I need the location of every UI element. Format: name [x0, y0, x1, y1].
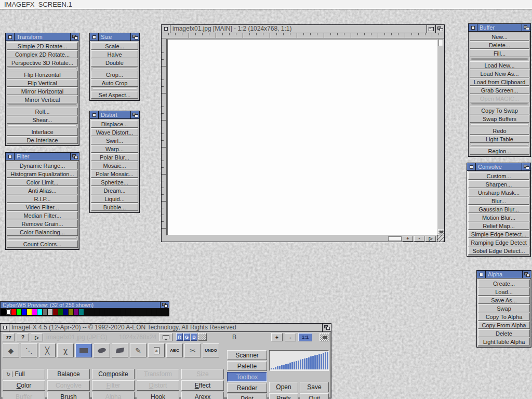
- button-unsharp-mask[interactable]: Unsharp Mask...: [468, 189, 529, 196]
- blue-channel-toggle[interactable]: B: [191, 333, 197, 341]
- color-swatch[interactable]: [131, 309, 136, 315]
- help-button[interactable]: ?: [17, 333, 29, 341]
- button-grab-screen[interactable]: Grab Screen...: [470, 86, 529, 94]
- button-spherize[interactable]: Spherize...: [91, 178, 138, 186]
- button-roll[interactable]: Roll...: [7, 108, 78, 115]
- undo-button[interactable]: UNDO: [203, 343, 219, 357]
- button-arexx[interactable]: Arexx: [181, 392, 224, 399]
- button-double[interactable]: Double: [91, 59, 138, 66]
- button-de-interlace[interactable]: De-Interlace: [7, 136, 78, 144]
- button-sobel-edge-detect[interactable]: Sobel Edge Detect...: [468, 247, 529, 255]
- title-bar[interactable]: Buffer: [469, 24, 530, 32]
- title-bar[interactable]: Filter: [6, 153, 79, 161]
- button-open-magic[interactable]: Open MAGIC...: [470, 95, 529, 102]
- button-color-limit[interactable]: Color Limit...: [7, 178, 78, 186]
- button-interlace[interactable]: Interlace: [7, 128, 78, 136]
- button-crop[interactable]: Crop...: [91, 71, 138, 78]
- button-shear[interactable]: Shear...: [7, 116, 78, 124]
- close-icon[interactable]: [90, 111, 99, 118]
- button-auto-crop[interactable]: Auto Crop: [91, 79, 138, 87]
- button-mosaic[interactable]: Mosaic...: [91, 162, 138, 169]
- button-scanner[interactable]: Scanner: [227, 350, 267, 360]
- airbrush-tool-button[interactable]: ⋱: [21, 343, 37, 357]
- button-new[interactable]: New...: [470, 33, 529, 41]
- color-swatch[interactable]: [157, 309, 162, 315]
- color-swatch[interactable]: [126, 309, 130, 315]
- color-swatch[interactable]: [17, 309, 21, 315]
- color-swatch[interactable]: [89, 309, 94, 315]
- color-swatch[interactable]: [1, 309, 6, 315]
- color-swatch[interactable]: [58, 309, 63, 315]
- button-hook[interactable]: Hook: [137, 392, 179, 399]
- button-size[interactable]: Size: [181, 369, 224, 379]
- play-macro-button[interactable]: ▷: [31, 333, 43, 341]
- button-palette[interactable]: Palette: [227, 361, 267, 371]
- button-dream[interactable]: Dream...: [91, 187, 138, 194]
- color-swatch[interactable]: [162, 309, 167, 315]
- depth-icon[interactable]: [70, 153, 79, 160]
- depth-icon[interactable]: [522, 24, 530, 31]
- button-color[interactable]: Color: [3, 380, 45, 391]
- button-complex-2d-rotate[interactable]: Complex 2D Rotate...: [7, 50, 78, 58]
- button-video-filter[interactable]: Video Filter...: [7, 203, 78, 211]
- button-relief-map[interactable]: Relief Map...: [468, 222, 529, 230]
- depth-icon[interactable]: [70, 33, 79, 41]
- color-swatch[interactable]: [95, 309, 99, 315]
- color-swatch[interactable]: [11, 309, 16, 315]
- color-swatch[interactable]: [84, 309, 89, 315]
- sleep-button[interactable]: zz: [3, 333, 15, 341]
- button-load-from-clipboard[interactable]: Load from Clipboard: [470, 78, 529, 86]
- button-distort[interactable]: Distort: [137, 380, 179, 391]
- color-swatch[interactable]: [48, 309, 52, 315]
- title-bar[interactable]: Size: [90, 33, 139, 41]
- button-composite[interactable]: Composite: [92, 369, 135, 379]
- button-warp[interactable]: Warp...: [91, 145, 138, 153]
- button-flip-horizontal[interactable]: Flip Horizontal: [7, 71, 78, 78]
- color-swatch[interactable]: [105, 309, 110, 315]
- button-simple-2d-rotate[interactable]: Simple 2D Rotate...: [7, 42, 78, 50]
- vscroll-handle[interactable]: [438, 39, 443, 46]
- close-icon[interactable]: [477, 271, 486, 278]
- button-sharpen[interactable]: Sharpen...: [468, 180, 529, 188]
- color-swatch[interactable]: [110, 309, 115, 315]
- title-bar[interactable]: Alpha: [477, 271, 531, 278]
- close-icon[interactable]: [6, 33, 15, 41]
- text-tool-button[interactable]: ABC: [166, 343, 183, 357]
- color-swatch[interactable]: [100, 309, 104, 315]
- button-light-table[interactable]: Light Table: [470, 135, 529, 143]
- button-mirror-horizontal[interactable]: Mirror Horizontal: [7, 87, 78, 95]
- button-prefs[interactable]: Prefs: [269, 393, 298, 399]
- title-bar[interactable]: Convolve: [467, 163, 530, 171]
- button-copy-from-alpha[interactable]: Copy From Alpha: [478, 321, 530, 329]
- button-halve[interactable]: Halve: [91, 50, 138, 58]
- panel-toggle-icon[interactable]: [438, 229, 444, 235]
- button-alpha[interactable]: Alpha: [92, 392, 135, 399]
- zoom-out-button[interactable]: -: [285, 333, 296, 341]
- color-swatch[interactable]: [6, 309, 11, 315]
- button-swirl[interactable]: Swirl...: [91, 137, 138, 144]
- hscroll-handle[interactable]: [388, 236, 402, 241]
- color-swatch[interactable]: [74, 309, 78, 315]
- button-flip-vertical[interactable]: Flip Vertical: [7, 79, 78, 87]
- scissors-tool-button[interactable]: ✂: [184, 343, 201, 357]
- color-swatch[interactable]: [27, 309, 32, 315]
- depth-icon[interactable]: [130, 33, 139, 41]
- color-swatch[interactable]: [147, 309, 151, 315]
- close-icon[interactable]: [469, 24, 477, 31]
- button-brush[interactable]: Brush: [47, 392, 90, 399]
- color-swatch[interactable]: [141, 309, 146, 315]
- button-swap[interactable]: Swap: [478, 304, 530, 312]
- color-swatch[interactable]: [22, 309, 26, 315]
- dither-toggle[interactable]: [198, 333, 207, 341]
- zoom-out-button[interactable]: -: [414, 236, 424, 242]
- screen-title-bar[interactable]: IMAGEFX_SCREEN.1: [0, 0, 532, 9]
- button-ramping-edge-detect[interactable]: Ramping Edge Detect: [468, 238, 529, 246]
- color-swatch[interactable]: [63, 309, 68, 315]
- button-lighttable-alpha[interactable]: LightTable Alpha: [478, 338, 530, 345]
- polygon-tool-button[interactable]: [112, 343, 128, 357]
- vertical-scrollbar[interactable]: [438, 38, 444, 235]
- resize-grip[interactable]: [437, 235, 444, 242]
- color-swatch[interactable]: [115, 309, 120, 315]
- button-displace[interactable]: Displace...: [91, 120, 138, 128]
- color-swatch[interactable]: [37, 309, 42, 315]
